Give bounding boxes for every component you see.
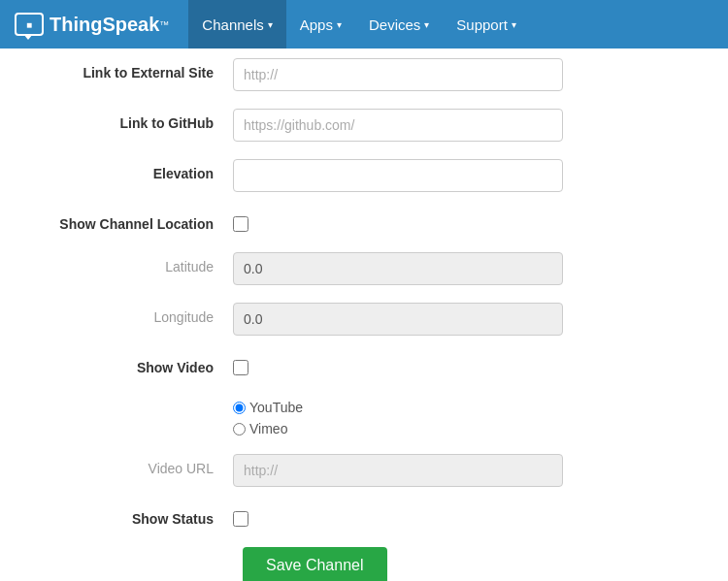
checkbox-wrapper-location xyxy=(233,210,248,235)
label-video-url: Video URL xyxy=(39,454,233,476)
field-show-channel-location: Show Channel Location xyxy=(39,210,689,235)
label-elevation: Elevation xyxy=(39,159,233,181)
radio-youtube[interactable] xyxy=(233,402,246,414)
label-link-github: Link to GitHub xyxy=(39,109,233,131)
chevron-down-icon: ▾ xyxy=(424,19,429,30)
input-video-url[interactable] xyxy=(233,454,563,487)
main-content: Link to External Site Link to GitHub Ele… xyxy=(0,48,728,581)
input-link-external[interactable] xyxy=(233,58,563,91)
brand-logo[interactable]: ■ ThingSpeak™ xyxy=(15,13,169,36)
brand-name: ThingSpeak xyxy=(50,14,159,36)
field-elevation: Elevation xyxy=(39,159,689,192)
checkbox-wrapper-status xyxy=(233,504,248,530)
label-show-channel-location: Show Channel Location xyxy=(39,210,233,232)
field-show-video: Show Video xyxy=(39,353,689,378)
input-longitude[interactable] xyxy=(233,303,563,336)
label-longitude: Longitude xyxy=(39,303,233,325)
label-video-type-empty xyxy=(39,396,233,403)
checkbox-show-video[interactable] xyxy=(233,360,248,375)
chevron-down-icon: ▾ xyxy=(337,19,342,30)
field-video-type: YouTube Vimeo xyxy=(39,396,689,436)
field-show-status: Show Status xyxy=(39,504,689,530)
field-latitude: Latitude xyxy=(39,252,689,285)
radio-vimeo[interactable] xyxy=(233,423,246,436)
label-show-video: Show Video xyxy=(39,353,233,375)
nav-support[interactable]: Support ▾ xyxy=(443,0,530,48)
radio-group-video-type: YouTube Vimeo xyxy=(233,396,303,436)
save-button-row: Save Channel xyxy=(39,547,689,581)
input-elevation[interactable] xyxy=(233,159,563,192)
brand-tm: ™ xyxy=(159,19,169,30)
nav-channels[interactable]: Channels ▾ xyxy=(188,0,285,48)
checkbox-show-channel-location[interactable] xyxy=(233,216,248,232)
field-longitude: Longitude xyxy=(39,303,689,336)
navbar: ■ ThingSpeak™ Channels ▾ Apps ▾ Devices … xyxy=(0,0,728,48)
checkbox-show-status[interactable] xyxy=(233,511,248,527)
radio-label-youtube: YouTube xyxy=(249,400,303,415)
chevron-down-icon: ▾ xyxy=(268,19,273,30)
field-link-github: Link to GitHub xyxy=(39,109,689,142)
logo-icon: ■ xyxy=(15,13,44,36)
checkbox-wrapper-video xyxy=(233,353,248,378)
radio-option-youtube[interactable]: YouTube xyxy=(233,400,303,415)
nav-devices[interactable]: Devices ▾ xyxy=(355,0,443,48)
save-channel-button[interactable]: Save Channel xyxy=(243,547,387,581)
input-link-github[interactable] xyxy=(233,109,563,142)
field-link-external: Link to External Site xyxy=(39,58,689,91)
radio-label-vimeo: Vimeo xyxy=(249,421,287,436)
field-video-url: Video URL xyxy=(39,454,689,487)
nav-apps[interactable]: Apps ▾ xyxy=(286,0,355,48)
chevron-down-icon: ▾ xyxy=(512,19,516,30)
label-link-external: Link to External Site xyxy=(39,58,233,81)
input-latitude[interactable] xyxy=(233,252,563,285)
radio-option-vimeo[interactable]: Vimeo xyxy=(233,421,303,436)
label-show-status: Show Status xyxy=(39,504,233,527)
label-latitude: Latitude xyxy=(39,252,233,274)
